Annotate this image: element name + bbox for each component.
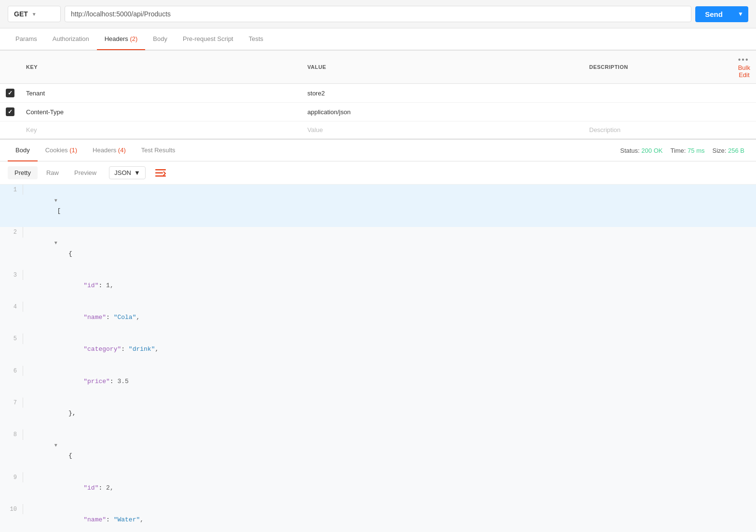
svg-rect-0: [155, 169, 166, 171]
tab-body[interactable]: Body: [145, 28, 175, 50]
collapse-icon[interactable]: ▼: [54, 443, 57, 448]
bulk-edit-button[interactable]: Bulk Edit: [738, 64, 750, 79]
method-select[interactable]: GET ▼: [8, 6, 61, 22]
placeholder-key[interactable]: Key: [20, 121, 302, 139]
row-check-1[interactable]: ✓: [0, 84, 20, 103]
chevron-down-icon: ▼: [134, 169, 140, 176]
json-line-4: 4 "name": "Cola",: [0, 302, 756, 333]
tab-raw[interactable]: Raw: [40, 166, 66, 179]
tab-preview[interactable]: Preview: [68, 166, 103, 179]
response-tabs: Body Cookies (1) Headers (4) Test Result…: [0, 139, 756, 161]
tab-tests[interactable]: Tests: [241, 28, 271, 50]
json-line-9: 9 "id": 2,: [0, 472, 756, 504]
send-label: Send: [695, 10, 732, 18]
json-line-2: 2 ▼ {: [0, 227, 756, 269]
tab-test-results[interactable]: Test Results: [134, 140, 183, 161]
col-key: KEY: [20, 51, 302, 84]
json-line-1: 1 ▼ [: [0, 185, 756, 227]
checkbox-content-type[interactable]: ✓: [6, 107, 14, 116]
collapse-icon[interactable]: ▼: [54, 240, 57, 246]
json-line-8: 8 ▼ {: [0, 429, 756, 472]
col-check: [0, 51, 20, 84]
tab-authorization[interactable]: Authorization: [45, 28, 97, 50]
more-options-button[interactable]: •••: [738, 55, 749, 64]
checkbox-tenant[interactable]: ✓: [6, 89, 14, 97]
tab-cookies[interactable]: Cookies (1): [38, 140, 85, 161]
tab-headers[interactable]: Headers (2): [97, 28, 146, 50]
url-input[interactable]: [65, 6, 691, 22]
col-description: DESCRIPTION: [583, 51, 732, 84]
placeholder-value[interactable]: Value: [302, 121, 583, 139]
request-tabs: Params Authorization Headers (2) Body Pr…: [0, 28, 756, 50]
collapse-icon[interactable]: ▼: [54, 198, 57, 203]
row-key-1[interactable]: Tenant: [20, 84, 302, 103]
col-actions: ••• Bulk Edit: [732, 51, 756, 84]
url-bar: GET ▼ Send ▼: [0, 0, 756, 28]
body-controls: Pretty Raw Preview JSON ▼: [0, 161, 756, 185]
json-line-5: 5 "category": "drink",: [0, 333, 756, 365]
row-value-2[interactable]: application/json: [302, 103, 583, 121]
svg-rect-1: [155, 172, 163, 173]
format-select[interactable]: JSON ▼: [109, 166, 146, 179]
status-bar: Status: 200 OK Time: 75 ms Size: 256 B: [620, 147, 748, 154]
col-value: VALUE: [302, 51, 583, 84]
chevron-down-icon: ▼: [32, 12, 37, 17]
row-value-1[interactable]: store2: [302, 84, 583, 103]
headers-table: KEY VALUE DESCRIPTION ••• Bulk Edit ✓ Te…: [0, 50, 756, 139]
tab-response-body[interactable]: Body: [8, 140, 38, 161]
row-check-2[interactable]: ✓: [0, 103, 20, 121]
table-row-placeholder: Key Value Description: [0, 121, 756, 139]
method-label: GET: [14, 10, 28, 18]
send-button[interactable]: Send ▼: [695, 6, 748, 22]
tab-params[interactable]: Params: [8, 28, 45, 50]
send-arrow-icon: ▼: [733, 11, 748, 17]
json-line-7: 7 },: [0, 398, 756, 429]
table-row: ✓ Content-Type application/json: [0, 103, 756, 121]
tab-pre-request[interactable]: Pre-request Script: [175, 28, 241, 50]
tab-response-headers[interactable]: Headers (4): [85, 140, 134, 161]
json-line-10: 10 "name": "Water",: [0, 504, 756, 532]
table-row: ✓ Tenant store2: [0, 84, 756, 103]
row-actions-1: [732, 84, 756, 103]
row-actions-2: [732, 103, 756, 121]
placeholder-desc[interactable]: Description: [583, 121, 732, 139]
row-key-2[interactable]: Content-Type: [20, 103, 302, 121]
wrap-button[interactable]: [151, 167, 170, 179]
row-desc-2[interactable]: [583, 103, 732, 121]
json-line-6: 6 "price": 3.5: [0, 366, 756, 398]
row-desc-1[interactable]: [583, 84, 732, 103]
wrap-icon: [155, 169, 166, 177]
tab-pretty[interactable]: Pretty: [8, 166, 38, 179]
svg-rect-2: [155, 175, 166, 177]
json-viewer: 1 ▼ [ 2 ▼ { 3 "id": 1, 4 "name": "Cola",…: [0, 185, 756, 532]
json-line-3: 3 "id": 1,: [0, 270, 756, 302]
